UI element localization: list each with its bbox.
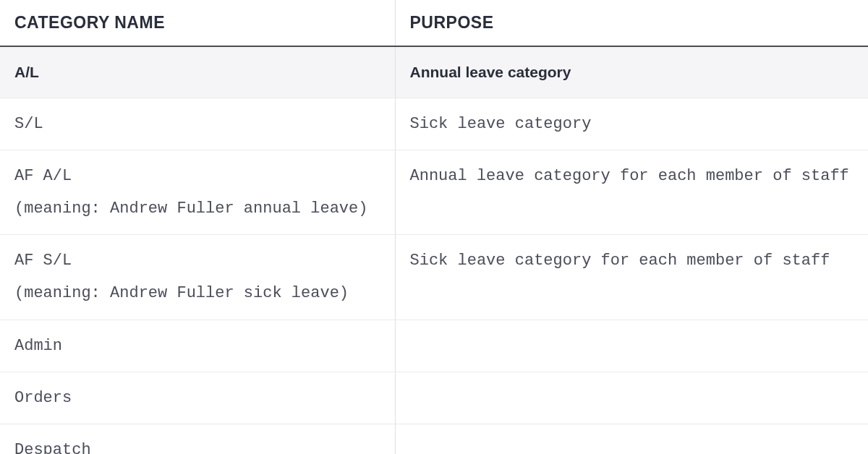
table-row: Orders xyxy=(0,372,868,424)
table-row: A/LAnnual leave category xyxy=(0,46,868,98)
cell-category-name: S/L xyxy=(0,98,395,150)
table-header-row: CATEGORY NAME PURPOSE xyxy=(0,0,868,46)
categories-table-container: CATEGORY NAME PURPOSE A/LAnnual leave ca… xyxy=(0,0,868,454)
category-name-text: S/L xyxy=(14,115,43,133)
table-row: Admin xyxy=(0,320,868,372)
cell-category-name: Despatch xyxy=(0,424,395,454)
table-row: AF S/L(meaning: Andrew Fuller sick leave… xyxy=(0,235,868,320)
header-purpose: PURPOSE xyxy=(395,0,868,46)
category-name-text: Admin xyxy=(14,337,62,355)
categories-table: CATEGORY NAME PURPOSE A/LAnnual leave ca… xyxy=(0,0,868,454)
category-subtext: (meaning: Andrew Fuller annual leave) xyxy=(14,196,380,221)
category-name-text: Orders xyxy=(14,389,72,407)
category-subtext: (meaning: Andrew Fuller sick leave) xyxy=(14,280,380,306)
category-name-text: AF A/L xyxy=(14,167,72,185)
category-name-text: AF S/L xyxy=(14,252,72,270)
category-name-text: A/L xyxy=(14,64,39,80)
cell-category-name: Admin xyxy=(0,320,395,372)
cell-purpose xyxy=(395,372,868,424)
cell-category-name: AF A/L(meaning: Andrew Fuller annual lea… xyxy=(0,150,395,234)
cell-category-name: A/L xyxy=(0,46,395,98)
category-name-text: Despatch xyxy=(14,441,91,454)
cell-category-name: AF S/L(meaning: Andrew Fuller sick leave… xyxy=(0,235,395,320)
cell-purpose: Sick leave category for each member of s… xyxy=(395,235,868,320)
table-row: AF A/L(meaning: Andrew Fuller annual lea… xyxy=(0,150,868,234)
table-row: S/LSick leave category xyxy=(0,98,868,150)
header-category-name: CATEGORY NAME xyxy=(0,0,395,46)
cell-purpose: Annual leave category for each member of… xyxy=(395,150,868,234)
cell-purpose xyxy=(395,320,868,372)
cell-purpose: Sick leave category xyxy=(395,98,868,150)
cell-category-name: Orders xyxy=(0,372,395,424)
cell-purpose xyxy=(395,424,868,454)
cell-purpose: Annual leave category xyxy=(395,46,868,98)
table-row: Despatch xyxy=(0,424,868,454)
